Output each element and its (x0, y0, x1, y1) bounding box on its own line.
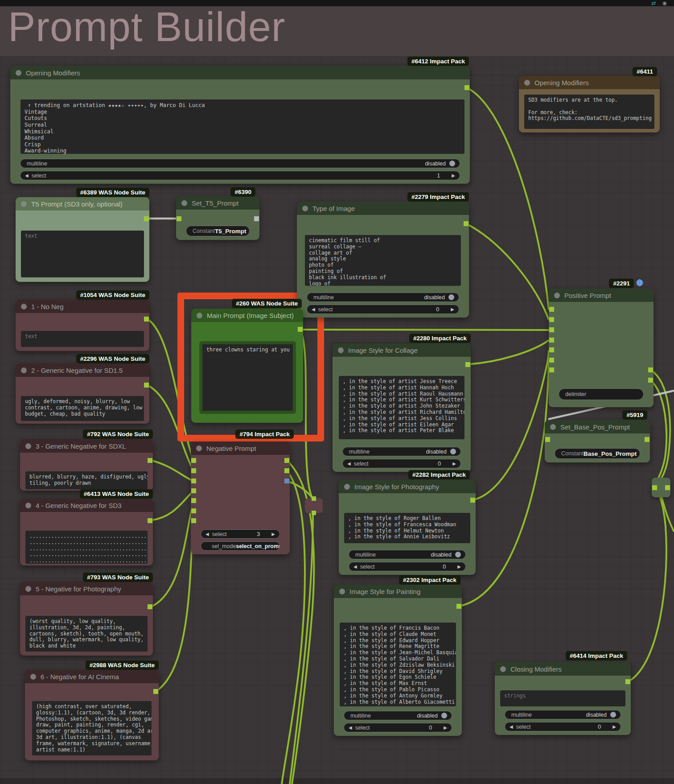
toggle-knob-icon[interactable] (441, 713, 447, 718)
multiline-toggle[interactable]: multilinedisabled (349, 550, 466, 559)
collapse-dot[interactable] (550, 424, 556, 430)
output-slot[interactable] (645, 437, 649, 442)
node-title-bar[interactable]: T5 Prompt (SD3 only, optional) (16, 197, 149, 210)
output-slot[interactable] (254, 216, 259, 221)
multiline-toggle[interactable]: multilinedisabled (344, 711, 452, 720)
input-slot[interactable] (191, 498, 196, 503)
collapse-dot[interactable] (196, 446, 202, 451)
eye-icon[interactable]: ◉ (662, 0, 667, 6)
node-title-bar[interactable]: Set_T5_Prompt (176, 196, 259, 210)
node-negative-ai-cinema[interactable]: 6 - Negative for AI Cinema(high contrast… (25, 670, 159, 760)
node-type-of-image[interactable]: Type of Imagecinematic film still of sur… (297, 202, 469, 318)
sel-mode-toggle[interactable]: sel_modeselect_on_prompt (201, 541, 280, 551)
node-title-bar[interactable]: Set_Base_Pos_Prompt (545, 420, 650, 433)
toggle-knob-icon[interactable] (610, 712, 616, 718)
node-main-prompt[interactable]: Main Prompt (Image Subject)three clowns … (191, 309, 303, 423)
node-opening-modifiers-note[interactable]: Opening ModifiersSD3 modifiers are at th… (519, 76, 660, 132)
input-slot[interactable] (177, 216, 181, 221)
node-title-bar[interactable]: 1 - No Neg (16, 300, 149, 313)
collapsed-node[interactable] (652, 478, 670, 497)
output-slot[interactable] (148, 518, 152, 523)
collapse-dot[interactable] (25, 586, 31, 592)
multiline-toggle[interactable]: multilinedisabled (505, 710, 621, 719)
node-closing-modifiers[interactable]: Closing Modifiersstringsmultilinedisable… (495, 662, 631, 735)
node-title-bar[interactable]: 4 - Generic Negative for SD3 (20, 499, 153, 512)
input-slot[interactable] (549, 347, 554, 352)
output-slot[interactable] (464, 85, 469, 90)
output-slot[interactable] (144, 216, 149, 221)
next-arrow-icon[interactable]: ▶ (444, 725, 447, 730)
output-slot[interactable] (648, 367, 653, 372)
reroute-node[interactable] (305, 498, 323, 513)
node-generic-negative-sd3[interactable]: 4 - Generic Negative for SD3............… (20, 499, 153, 565)
node-no-neg[interactable]: 1 - No Negtext (16, 300, 149, 351)
input-slot[interactable] (549, 307, 554, 312)
text-area[interactable]: blurred, blurry, haze, disfigured, ugly,… (25, 471, 148, 489)
node-image-style-collage[interactable]: Image Style for Collage, in the style of… (333, 343, 471, 472)
node-image-style-photography[interactable]: Image Style for Photography, in the styl… (339, 480, 476, 575)
text-area[interactable]: three clowns staring at you (199, 341, 296, 414)
input-slot[interactable] (191, 518, 196, 523)
input-slot[interactable] (191, 508, 196, 513)
node-title-bar[interactable]: 3 - Generic Negative for SDXL (20, 439, 153, 453)
text-area[interactable]: ↑ trending on artstation ★★★★☆ ✦✦✦✦✦, by… (21, 99, 464, 154)
node-title-bar[interactable]: Image Style for Photography (339, 480, 476, 493)
node-title-bar[interactable]: 5 - Negative for Photography (20, 582, 153, 595)
collapse-dot[interactable] (181, 200, 187, 206)
node-negative-photography[interactable]: 5 - Negative for Photography(worst quali… (20, 582, 153, 656)
text-area[interactable]: ...................................... .… (25, 531, 148, 564)
input-slot[interactable] (191, 479, 196, 483)
next-arrow-icon[interactable]: ▶ (457, 564, 461, 569)
collapse-dot[interactable] (554, 293, 560, 298)
text-input[interactable]: strings (500, 690, 625, 706)
delimiter-widget[interactable]: delimiter (559, 388, 644, 400)
output-slot[interactable] (464, 221, 469, 226)
node-generic-negative-sd15[interactable]: 2 - Generic Negative for SD1.5ugly, defo… (16, 363, 149, 424)
node-generic-negative-sdxl[interactable]: 3 - Generic Negative for SDXLblurred, bl… (20, 439, 153, 491)
collapse-dot[interactable] (16, 70, 21, 76)
text-area[interactable]: (high contrast, over saturated, glossy:1… (32, 701, 152, 755)
toggle-knob-icon[interactable] (450, 449, 456, 454)
select-stepper[interactable]: ◀select0▶ (349, 562, 466, 571)
next-arrow-icon[interactable]: ▶ (612, 724, 616, 729)
node-title-bar[interactable]: Opening Modifiers (519, 76, 660, 89)
select-stepper[interactable]: ◀select0▶ (344, 723, 452, 732)
collapse-dot[interactable] (25, 443, 31, 449)
text-area[interactable]: ugly, deformed, noisy, blurry, low contr… (21, 396, 144, 421)
select-stepper[interactable]: ◀select0▶ (342, 459, 461, 468)
input-slot[interactable] (549, 317, 554, 322)
multiline-toggle[interactable]: multilinedisabled (307, 293, 459, 302)
output-slot[interactable] (665, 485, 670, 490)
node-t5-prompt[interactable]: T5 Prompt (SD3 only, optional)text (16, 197, 149, 282)
constant-widget[interactable]: ConstantT5_Prompt (186, 226, 250, 236)
prev-arrow-icon[interactable]: ◀ (353, 564, 357, 569)
output-slot[interactable] (153, 689, 158, 694)
text-input[interactable]: text (21, 331, 144, 347)
toggle-knob-icon[interactable] (455, 552, 461, 557)
output-slot[interactable] (456, 604, 461, 609)
select-stepper[interactable]: ◀select1▶ (20, 171, 460, 180)
select-stepper[interactable]: ◀select0▶ (505, 722, 621, 731)
toggle-knob-icon[interactable] (449, 161, 455, 166)
node-positive-prompt[interactable]: Positive Promptdelimiter (549, 289, 653, 407)
select-stepper[interactable]: ◀select0▶ (307, 305, 459, 314)
toggle-knob-icon[interactable] (448, 294, 454, 300)
next-arrow-icon[interactable]: ▶ (271, 532, 275, 536)
node-title-bar[interactable]: Type of Image (297, 202, 469, 215)
text-area[interactable]: , in the style of artist Jesse Treece , … (339, 376, 464, 439)
node-title-bar[interactable]: Image Style for Collage (333, 343, 471, 357)
prev-arrow-icon[interactable]: ◀ (312, 307, 315, 312)
next-arrow-icon[interactable]: ▶ (452, 461, 456, 466)
collapse-dot[interactable] (21, 367, 27, 373)
collapse-dot[interactable] (21, 304, 27, 309)
output-slot[interactable] (648, 378, 653, 383)
collapse-dot[interactable] (21, 201, 27, 207)
output-slot[interactable] (144, 383, 149, 388)
output-slot[interactable] (144, 317, 149, 322)
prev-arrow-icon[interactable]: ◀ (349, 725, 352, 730)
node-opening-modifiers[interactable]: Opening Modifiers ↑ trending on artstati… (10, 66, 470, 184)
input-slot[interactable] (312, 496, 316, 501)
collapse-dot[interactable] (30, 674, 36, 680)
node-title-bar[interactable]: 2 - Generic Negative for SD1.5 (16, 363, 149, 377)
output-slot[interactable] (284, 479, 289, 483)
